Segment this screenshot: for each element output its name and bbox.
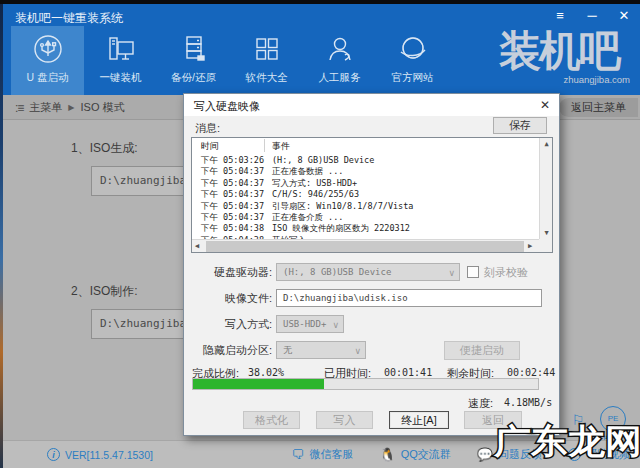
log-row[interactable]: 下午 05:04:38ISO 映像文件的扇区数为 2220312 (192, 222, 538, 233)
write-button[interactable]: 写入 (316, 411, 373, 429)
dialog-close-icon[interactable]: ✕ (540, 98, 550, 112)
event-log-table[interactable]: 时间 事件 下午 05:03:26(H:, 8 GB)USB Device下午 … (191, 137, 553, 253)
breadcrumb-root[interactable]: 主菜单 (29, 100, 62, 115)
hidden-partition-select[interactable]: 无 ∨ (276, 341, 366, 359)
log-column-event[interactable]: 事件 (272, 140, 290, 153)
watermark: 广东龙网 (494, 419, 640, 465)
iso-generate-label: 1、ISO生成: (71, 140, 138, 157)
log-row[interactable]: 下午 05:04:37正在准备介质 ... (192, 211, 538, 222)
remaining-value: 00:02:44 (507, 367, 555, 378)
nav-item-website[interactable]: 官方网站 (376, 26, 449, 95)
chevron-down-icon: ∨ (354, 343, 361, 359)
chevron-down-icon: ∨ (332, 317, 339, 333)
wechat-service-link[interactable]: 🗨 微信客服 (291, 447, 353, 462)
nav-item-usb-boot[interactable]: U 盘启动 (11, 26, 84, 95)
window-title: 装机吧一键重装系统 (15, 10, 123, 27)
image-file-input[interactable]: D:\zhuangjiba\udisk.iso (276, 289, 542, 307)
brand-logo: 装机吧 zhuangjiba.com (484, 30, 634, 85)
desktop-top-strip (0, 0, 640, 4)
backup-icon (178, 33, 210, 65)
qq-icon: 🐧 (379, 447, 395, 462)
screen: 装机吧一键重装系统 ≡ ─ ✕ U 盘启动 一键装机 备份/还原 (0, 0, 640, 468)
message-label: 消息: (195, 121, 220, 136)
vertical-scrollbar[interactable]: ▲ ▼ (539, 138, 552, 239)
nav-item-software[interactable]: 软件大全 (230, 26, 303, 95)
footer-link-label: 微信客服 (309, 447, 353, 462)
qq-group-link[interactable]: 🐧 QQ交流群 (379, 447, 450, 462)
log-row[interactable]: 下午 05:04:37写入方式: USB-HDD+ (192, 177, 538, 188)
usb-icon (32, 33, 64, 65)
scroll-up-icon[interactable]: ▲ (540, 140, 553, 148)
close-icon[interactable]: ✕ (616, 8, 632, 23)
brand-logo-domain: zhuangjiba.com (484, 74, 634, 85)
scroll-left-icon[interactable]: ◀ (195, 242, 199, 250)
verify-label[interactable]: 刻录校验 (484, 265, 528, 280)
progress-bar (192, 378, 539, 390)
feedback-bubble-icon: 💬 (477, 447, 493, 462)
log-rows: 下午 05:03:26(H:, 8 GB)USB Device下午 05:04:… (192, 154, 538, 245)
menu-icon[interactable]: ≡ (552, 8, 568, 23)
write-method-select[interactable]: USB-HDD+ ∨ (276, 315, 344, 333)
breadcrumb-separator-icon: ▶ (68, 103, 74, 112)
horizontal-scrollbar[interactable]: ◀ ▶ (192, 239, 539, 252)
wechat-icon: 🗨 (291, 447, 304, 462)
scroll-down-icon[interactable]: ▼ (540, 229, 553, 237)
brand-logo-text: 装机吧 (484, 30, 634, 72)
progress-fill (193, 379, 324, 389)
log-row[interactable]: 下午 05:04:37C/H/S: 946/255/63 (192, 188, 538, 199)
globe-icon (397, 33, 429, 65)
desktop-left-strip (0, 4, 3, 468)
hidden-partition-label: 隐藏启动分区: (192, 343, 272, 358)
column-divider (264, 139, 265, 152)
elapsed-value: 00:01:41 (384, 367, 432, 378)
save-button[interactable]: 保存 (493, 117, 547, 134)
iso-make-label: 2、ISO制作: (71, 283, 138, 300)
breadcrumb-current: ISO 模式 (81, 100, 125, 115)
format-button[interactable]: 格式化 (243, 411, 300, 429)
log-row[interactable]: 下午 05:04:37引导扇区: Win10/8.1/8/7/Vista (192, 200, 538, 211)
write-method-label: 写入方式: (192, 317, 272, 332)
nav-item-backup-restore[interactable]: 备份/还原 (157, 26, 230, 95)
abort-button[interactable]: 终止[A] (389, 411, 449, 429)
main-nav: U 盘启动 一键装机 备份/还原 软件大全 人工服务 (11, 26, 449, 95)
app-window: 装机吧一键重装系统 ≡ ─ ✕ U 盘启动 一键装机 备份/还原 (3, 4, 640, 468)
nav-item-support[interactable]: 人工服务 (303, 26, 376, 95)
log-row[interactable]: 下午 05:03:26(H:, 8 GB)USB Device (192, 154, 538, 165)
nav-label: 备份/还原 (171, 71, 216, 85)
quick-boot-button[interactable]: 便捷启动 (444, 341, 520, 360)
scroll-right-icon[interactable]: ▶ (528, 242, 532, 250)
back-to-main-menu-button[interactable]: 返回主菜单 (559, 98, 638, 117)
breadcrumb: :≡ 主菜单 ▶ ISO 模式 (15, 100, 125, 115)
apps-icon (251, 33, 283, 65)
write-method-value: USB-HDD+ (283, 319, 326, 329)
version-text: VER[11.5.47.1530] (65, 449, 153, 461)
nav-label: 人工服务 (319, 71, 361, 85)
minimize-icon[interactable]: ─ (584, 8, 600, 23)
scrollbar-thumb[interactable] (206, 241, 524, 252)
nav-label: 软件大全 (246, 71, 288, 85)
nav-label: 一键装机 (100, 71, 142, 85)
list-icon: :≡ (15, 101, 23, 115)
drive-select-value: (H:, 8 GB)USB Device (283, 267, 391, 277)
log-header: 时间 事件 (192, 138, 552, 153)
log-row[interactable]: 下午 05:04:37正在准备数据 ... (192, 165, 538, 176)
chevron-down-icon: ∨ (448, 265, 455, 281)
window-controls: ≡ ─ ✕ (552, 8, 632, 23)
done-ratio-value: 38.02% (248, 367, 284, 378)
app-header: 装机吧一键重装系统 ≡ ─ ✕ U 盘启动 一键装机 备份/还原 (3, 4, 640, 95)
nav-label: U 盘启动 (27, 71, 69, 85)
footer-link-label: QQ交流群 (401, 447, 451, 462)
scrollbar-corner (539, 239, 552, 252)
image-file-label: 映像文件: (192, 291, 272, 306)
drive-select[interactable]: (H:, 8 GB)USB Device ∨ (276, 263, 460, 281)
drive-label: 硬盘驱动器: (192, 265, 272, 280)
speed-label: 速度: (468, 396, 493, 411)
dialog-titlebar[interactable]: 写入硬盘映像 ✕ (184, 94, 559, 116)
verify-checkbox[interactable] (467, 266, 479, 278)
computer-icon (105, 33, 137, 65)
speed-value: 4.18MB/s (504, 397, 552, 408)
log-column-time[interactable]: 时间 (201, 140, 219, 153)
nav-item-one-key-install[interactable]: 一键装机 (84, 26, 157, 95)
version-info: i VER[11.5.47.1530] (47, 448, 153, 461)
write-disk-image-dialog: 写入硬盘映像 ✕ 消息: 保存 时间 事件 下午 05:03:26(H:, 8 … (183, 93, 560, 436)
